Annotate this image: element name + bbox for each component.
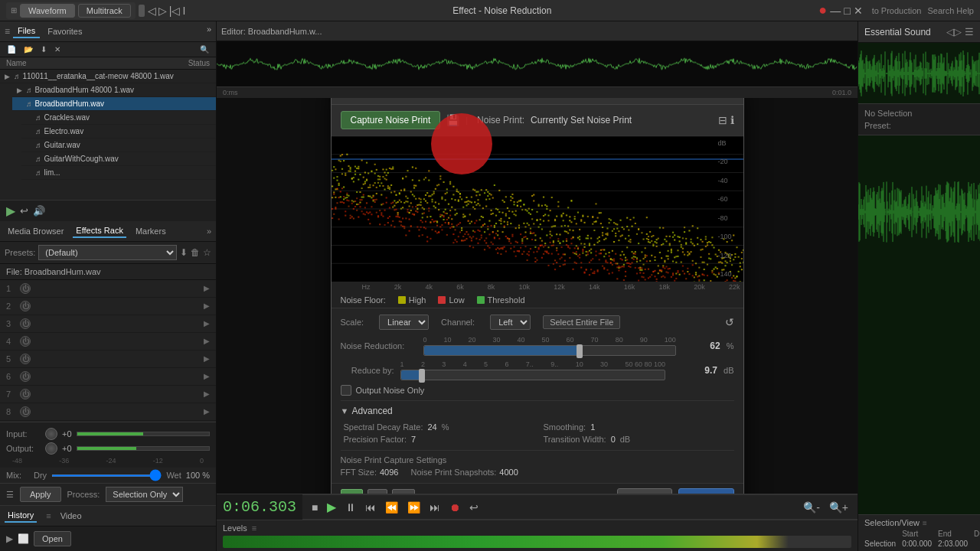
new-file-icon[interactable]: 📄 [5, 44, 18, 54]
rack-item[interactable]: 5 ⏻ ▶ [0, 350, 216, 368]
play-icon-small[interactable]: ▶ [6, 533, 13, 544]
extend-panel-btn[interactable]: » [207, 24, 211, 38]
mix-slider[interactable] [51, 474, 162, 477]
play-btn-small[interactable]: ▶ [6, 204, 15, 218]
rack-item[interactable]: 6 ⏻ ▶ [0, 368, 216, 386]
close-dialog-btn[interactable]: Close [617, 488, 673, 494]
rack-power-btn[interactable]: ⏻ [20, 283, 31, 294]
es-icon-2[interactable]: ☰ [965, 26, 974, 37]
stop-btn[interactable]: ■ [309, 500, 321, 515]
rewind-btn[interactable]: ⏪ [382, 500, 401, 515]
close-file-icon[interactable]: ✕ [52, 44, 63, 54]
rack-item[interactable]: 2 ⏻ ▶ [0, 298, 216, 315]
play-btn[interactable]: ▶ [324, 498, 339, 516]
es-icon-1[interactable]: ◁▷ [946, 26, 962, 37]
favorites-tab[interactable]: Favorites [43, 25, 87, 37]
np-icon-1[interactable]: ⊟ [718, 114, 727, 126]
open-btn[interactable]: Open [34, 531, 71, 546]
apply-effects-btn[interactable]: Apply [20, 487, 61, 502]
maximize-btn[interactable]: □ [844, 5, 850, 17]
apply-dialog-btn[interactable]: Apply [678, 488, 733, 494]
preset-delete-icon[interactable]: 🗑 [191, 247, 200, 258]
toolbar-icon-2[interactable]: ▷ [158, 5, 167, 17]
pause-btn[interactable]: ⏸ [342, 500, 359, 515]
import-icon[interactable]: ⬇ [38, 44, 49, 54]
select-entire-btn[interactable]: Select Entire File [543, 315, 620, 329]
rack-item[interactable]: 7 ⏻ ▶ [0, 386, 216, 403]
minimize-btn[interactable]: — [830, 5, 841, 17]
output-noise-checkbox[interactable] [341, 385, 351, 396]
to-production-btn[interactable]: to Production [872, 6, 922, 15]
reduce-slider-track[interactable] [400, 370, 666, 380]
list-item[interactable]: ♬ GuitarWithCough.wav [21, 152, 216, 166]
prev-btn[interactable]: ⏮ [362, 500, 379, 515]
toolbar-icon-1[interactable]: ◁ [148, 5, 156, 17]
toolbar-icon-4[interactable]: I [182, 5, 185, 17]
reset-icon[interactable]: ↺ [725, 316, 734, 328]
list-item[interactable]: ♬ Electro.wav [21, 125, 216, 139]
media-icon[interactable]: ⬜ [18, 533, 29, 544]
ffwd-btn[interactable]: ⏩ [404, 500, 423, 515]
input-knob[interactable] [45, 428, 57, 440]
nr-slider-thumb[interactable] [577, 344, 583, 358]
open-file-icon[interactable]: 📂 [21, 44, 35, 54]
levels-menu-icon[interactable]: ≡ [252, 523, 256, 533]
volume-icon[interactable]: 🔊 [33, 205, 45, 217]
rack-power-btn[interactable]: ⏻ [20, 336, 31, 347]
zoom-in-btn[interactable]: 🔍+ [826, 500, 851, 515]
list-item[interactable]: ♬ Guitar.wav [21, 139, 216, 152]
np-icon-2[interactable]: ℹ [730, 114, 734, 126]
process-select[interactable]: Selection Only [106, 487, 183, 502]
scale-select[interactable]: Linear [379, 315, 429, 330]
video-tab[interactable]: Video [57, 510, 85, 522]
rack-item[interactable]: 1 ⏻ ▶ [0, 280, 216, 298]
preset-save-icon[interactable]: ⬇ [180, 247, 188, 258]
rack-item[interactable]: 8 ⏻ ▶ [0, 403, 216, 421]
save-noise-print-btn[interactable]: 💾 [446, 114, 459, 126]
rack-item[interactable]: 3 ⏻ ▶ [0, 315, 216, 333]
zoom-out-btn[interactable]: 🔍- [800, 500, 823, 515]
rack-power-btn[interactable]: ⏻ [20, 318, 31, 329]
search-files-icon[interactable]: 🔍 [198, 44, 211, 54]
rack-power-btn[interactable]: ⏻ [20, 301, 31, 311]
dialog-stop-btn[interactable]: ■ [368, 489, 387, 494]
sv-menu-icon[interactable]: ≡ [923, 519, 927, 527]
next-btn[interactable]: ⏭ [426, 500, 443, 515]
toolbar-icon-3[interactable]: |◁ [169, 5, 181, 17]
history-tab[interactable]: History [5, 509, 37, 523]
presets-dropdown[interactable]: (Default) [38, 245, 177, 260]
list-item[interactable]: ♬ Crackles.wav [21, 111, 216, 125]
rack-power-btn[interactable]: ⏻ [20, 389, 31, 399]
list-item[interactable]: ▶ ♬ 110011__eratanka__cat-meow 48000 1.w… [0, 70, 216, 83]
rack-power-btn[interactable]: ⏻ [20, 371, 31, 382]
advanced-header[interactable]: ▼ Advanced [341, 406, 734, 416]
rack-power-btn[interactable]: ⏻ [20, 406, 31, 417]
rack-extend-icon[interactable]: » [207, 227, 211, 236]
rack-power-btn[interactable]: ⏻ [20, 354, 31, 364]
output-knob[interactable] [45, 442, 57, 455]
media-browser-tab[interactable]: Media Browser [5, 225, 67, 237]
loop-transport-btn[interactable]: ↩ [466, 500, 482, 515]
reduce-slider-thumb[interactable] [419, 369, 425, 383]
preset-star-icon[interactable]: ☆ [203, 247, 211, 258]
nr-slider-track[interactable] [423, 345, 676, 356]
loop-btn[interactable]: ↩ [20, 205, 28, 217]
list-item[interactable]: ▶ ♬ BroadbandHum 48000 1.wav [12, 83, 216, 97]
channel-select[interactable]: Left [490, 315, 531, 330]
close-btn[interactable]: ✕ [854, 5, 863, 17]
rack-item[interactable]: 4 ⏻ ▶ [0, 333, 216, 350]
search-help-link[interactable]: Search Help [927, 6, 974, 15]
multitrack-tab[interactable]: Multitrack [78, 4, 131, 18]
waveform-tab[interactable]: Waveform [20, 4, 75, 18]
history-menu-icon[interactable]: ≡ [46, 511, 51, 520]
markers-tab[interactable]: Markers [132, 225, 169, 237]
record-btn[interactable]: ⏺ [446, 500, 463, 515]
dialog-loop-btn[interactable]: ↩ [392, 489, 415, 494]
effects-rack-tab[interactable]: Effects Rack [73, 224, 126, 238]
list-icon[interactable]: ☰ [6, 490, 14, 500]
capture-noise-print-btn[interactable]: Capture Noise Print [341, 111, 441, 129]
dialog-play-btn[interactable]: ▶ [341, 489, 363, 494]
list-item[interactable]: ♬ lim... [21, 166, 216, 180]
list-item[interactable]: ♬ BroadbandHum.wav [12, 97, 216, 111]
files-tab[interactable]: Files [13, 24, 40, 38]
